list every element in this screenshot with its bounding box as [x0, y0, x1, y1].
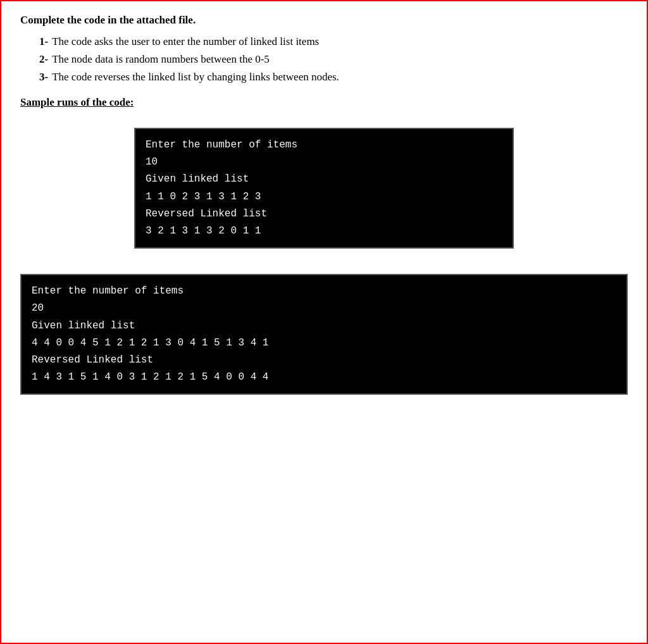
instruction-num-3: 3-: [39, 71, 48, 83]
main-title: Complete the code in the attached file.: [20, 14, 628, 27]
instruction-text-2: The node data is random numbers between …: [52, 53, 270, 65]
terminal1-line4: 1 1 0 2 3 1 3 1 2 3: [146, 189, 502, 206]
terminal2-container: Enter the number of items 20 Given linke…: [20, 274, 628, 395]
terminal2-line3: Given linked list: [32, 318, 616, 335]
terminal2-line2: 20: [32, 300, 616, 317]
instruction-list: 1-The code asks the user to enter the nu…: [39, 35, 628, 84]
instruction-item-2: 2-The node data is random numbers betwee…: [39, 53, 628, 66]
terminal2-line1: Enter the number of items: [32, 283, 616, 300]
instruction-text-1: The code asks the user to enter the numb…: [52, 35, 319, 47]
instruction-num-1: 1-: [39, 35, 48, 47]
terminal1-container: Enter the number of items 10 Given linke…: [20, 128, 628, 249]
terminal1-line6: 3 2 1 3 1 3 2 0 1 1: [146, 223, 502, 240]
terminal1-line1: Enter the number of items: [146, 137, 502, 154]
instruction-item-3: 3-The code reverses the linked list by c…: [39, 71, 628, 84]
instruction-num-2: 2-: [39, 53, 48, 65]
instruction-item-1: 1-The code asks the user to enter the nu…: [39, 35, 628, 48]
instruction-text-3: The code reverses the linked list by cha…: [52, 71, 339, 83]
terminal1-line2: 10: [146, 154, 502, 171]
terminal1-line3: Given linked list: [146, 171, 502, 188]
section-title: Sample runs of the code:: [20, 96, 628, 109]
terminal2: Enter the number of items 20 Given linke…: [20, 274, 628, 395]
terminal2-line5: Reversed Linked list: [32, 352, 616, 369]
terminal2-line4: 4 4 0 0 4 5 1 2 1 2 1 3 0 4 1 5 1 3 4 1: [32, 335, 616, 352]
terminal1: Enter the number of items 10 Given linke…: [134, 128, 514, 249]
terminal2-line6: 1 4 3 1 5 1 4 0 3 1 2 1 2 1 5 4 0 0 4 4: [32, 369, 616, 386]
terminal1-line5: Reversed Linked list: [146, 206, 502, 223]
